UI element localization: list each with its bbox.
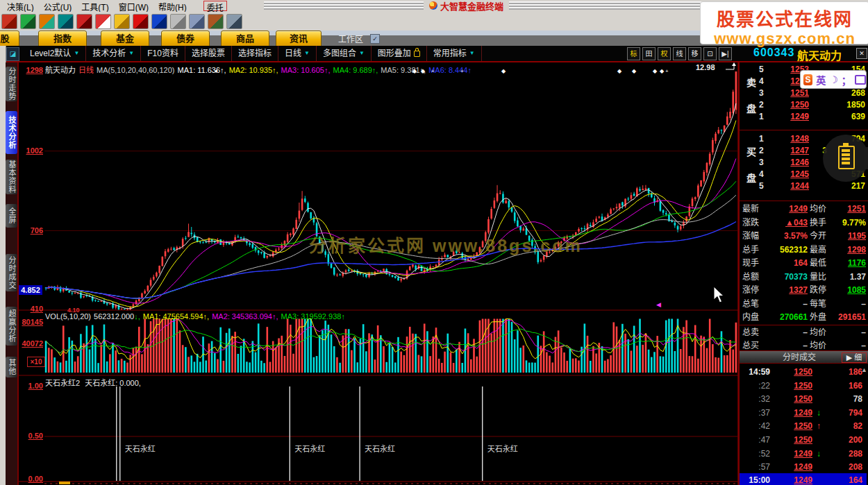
chart-tool-⊡[interactable]: ⊡ (703, 47, 717, 60)
ime-punct-label[interactable]: ； (842, 73, 851, 87)
price-axis-706: 706 (19, 226, 43, 235)
close-icon[interactable]: ✕ (856, 48, 867, 59)
ask-row-3[interactable]: 31251268 (740, 87, 868, 99)
chart-tool-标[interactable]: 标 (627, 47, 640, 60)
chart-tool-线[interactable]: 线 (673, 47, 686, 60)
tape-row-:52[interactable]: :521249↓288 (740, 447, 867, 461)
ime-moon-icon[interactable]: ☽ (829, 74, 838, 85)
monitor-icon[interactable] (189, 14, 205, 29)
battery-widget[interactable] (823, 135, 868, 182)
kline-chart[interactable] (19, 62, 740, 485)
chart-area[interactable]: 航天动力日线MA(5,10,20,40,60,120)MA1: 11.636↑,… (17, 62, 738, 485)
stat-row-总笔: 总笔–每笔– (740, 298, 868, 311)
view-tab-7[interactable]: 图形叠加 (372, 46, 427, 61)
sidebar-tab-基本资料[interactable]: 基本资料 (6, 160, 17, 194)
sidebar-tab-技术分析[interactable]: 技术分析 (6, 111, 17, 154)
tape-header[interactable]: 分时成交▶ 细 (740, 350, 868, 364)
market-tab-资讯[interactable]: 资讯 (276, 31, 322, 47)
scroll-left-arrow-icon[interactable]: ◀ (656, 301, 661, 308)
menu-item-3[interactable]: 窗口(W) (119, 1, 149, 11)
event-marker-icon: ◆ (632, 68, 636, 74)
sidebar-tab-分时成交[interactable]: 分时成交 (6, 254, 17, 291)
menu-item-0[interactable]: 决策(L) (7, 1, 34, 11)
view-tab-0[interactable]: Level2默认▼ (24, 46, 86, 61)
ime-mode-label[interactable]: 英 (816, 73, 826, 87)
stat-value: 562312 (780, 244, 808, 257)
chevron-down-icon[interactable]: ▼ (469, 46, 475, 61)
bid-row-5[interactable]: 51244217 (740, 180, 868, 192)
view-tab-label: 图形叠加 (378, 46, 411, 61)
chevron-down-icon[interactable]: ▼ (128, 46, 134, 61)
traffic-light-icon[interactable] (20, 14, 36, 29)
ask-row-1[interactable]: 11249639 (740, 111, 868, 123)
menu-item-1[interactable]: 公式(U) (44, 1, 72, 11)
sidebar-tab-超赢分析[interactable]: 超赢分析 (6, 307, 17, 346)
market-tab-stock-partial[interactable]: 股 (0, 31, 19, 47)
sidebar-tab-其他[interactable]: 其他 (6, 357, 17, 377)
chart-tool-田[interactable]: 田 (642, 47, 656, 60)
tape-time: :37 (741, 406, 770, 420)
red-disc-icon[interactable] (133, 14, 149, 29)
view-tab-label: 常用指标 (433, 46, 467, 61)
view-tab-2[interactable]: F10资料 (141, 46, 185, 61)
color-bars-icon[interactable] (39, 14, 55, 29)
chevron-down-icon[interactable]: ▼ (74, 46, 79, 61)
market-tab-指数[interactable]: 指数 (38, 31, 87, 47)
menu-item-entrust[interactable]: 委托 (203, 1, 227, 11)
tape-row-15:00[interactable]: 15:001249164 (740, 473, 867, 485)
site-watermark: 股票公式在线网 www.gszx.com.cn (700, 1, 868, 44)
stat-value: 1176 (848, 257, 866, 270)
tape-row-:32[interactable]: :32125078 (740, 392, 867, 406)
view-tab-1[interactable]: 技术分析▼ (86, 46, 141, 61)
stat-label: 内盘 (742, 311, 759, 324)
menu-item-4[interactable]: 帮助(H) (158, 1, 187, 11)
ask-row-2[interactable]: 212501850 (740, 99, 868, 111)
sidebar-tab-分时走势[interactable]: 分时走势 (6, 67, 17, 101)
stat-row-现手: 现手164最低1176 (740, 257, 868, 270)
tape-row-:37[interactable]: :371249↓794 (740, 406, 867, 420)
chart-tool-▶|[interactable]: ▶| (719, 47, 732, 60)
workspace-check-icon[interactable]: ✓ (370, 34, 380, 44)
menu-item-2[interactable]: 工具(T) (81, 1, 108, 11)
ime-logo-icon[interactable]: S (803, 74, 812, 85)
panel-toggle-icon[interactable]: ◪ (6, 47, 19, 61)
view-tab-4[interactable]: 选择指标 (232, 46, 278, 61)
sidebar-tab-全屏[interactable]: 全屏 (6, 204, 17, 228)
view-tab-label: 多图组合 (323, 46, 356, 61)
tape-volume: 208 (849, 460, 862, 474)
binoculars-icon[interactable] (58, 14, 74, 29)
workspace-label[interactable]: 工作区 (338, 33, 363, 44)
chart-tool-移[interactable]: 移 (688, 47, 701, 60)
blue-disc-icon[interactable] (151, 14, 167, 29)
tape-row-14:59[interactable]: 14:591250186 (740, 365, 867, 379)
ime-keyboard-icon[interactable] (855, 75, 866, 85)
alarm-bell-icon[interactable] (76, 14, 92, 29)
tape-row-:42[interactable]: :421250↑82 (740, 419, 867, 433)
books-icon[interactable] (208, 14, 224, 29)
tape-row-:47[interactable]: :471250200 (740, 433, 867, 447)
tape-row-:22[interactable]: :221250166 (740, 379, 867, 393)
chevron-down-icon[interactable]: ▼ (359, 46, 365, 61)
tape-row-:57[interactable]: :571249208 (740, 460, 867, 474)
view-tabs: Level2默认▼技术分析▼F10资料选择股票选择指标日线▼多图组合▼图形叠加常… (24, 46, 482, 61)
view-tab-6[interactable]: 多图组合▼ (317, 46, 372, 61)
home-icon[interactable] (1, 14, 17, 29)
edit-flag-icon[interactable] (95, 14, 111, 29)
chevron-down-icon[interactable]: ▼ (304, 46, 310, 61)
view-tab-5[interactable]: 日线▼ (278, 46, 317, 61)
stat-value: 1085 (847, 284, 866, 297)
help-cursor-icon[interactable] (226, 14, 242, 29)
view-tab-3[interactable]: 选择股票 (185, 46, 232, 61)
chart-tool-权[interactable]: 权 (658, 47, 671, 60)
printer-icon[interactable] (170, 14, 186, 29)
level-price: 1251 (790, 87, 809, 99)
view-tab-8[interactable]: 常用指标▼ (427, 46, 482, 61)
ime-statusbar[interactable]: S 英 ☽ ； (800, 70, 867, 89)
tape-detail-button[interactable]: ▶ 细 (842, 352, 867, 363)
market-tab-债券[interactable]: 债券 (161, 31, 210, 47)
market-tab-商品[interactable]: 商品 (221, 31, 269, 47)
scroll-up-icon[interactable]: ▲ (861, 366, 867, 373)
stat-row-涨跌: 涨跌▲043换手9.77% (740, 216, 868, 230)
market-tab-基金[interactable]: 基金 (101, 31, 149, 47)
road-sign-icon[interactable] (114, 14, 130, 29)
